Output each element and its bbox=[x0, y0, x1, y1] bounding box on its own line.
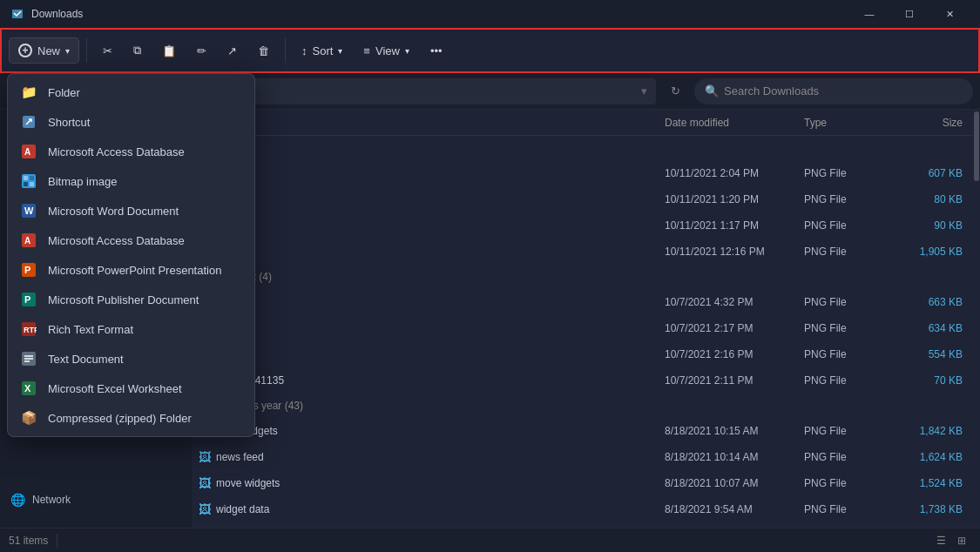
new-chevron-icon: ▾ bbox=[65, 46, 70, 56]
file-type: PNG File bbox=[801, 477, 888, 489]
menu-item-powerpoint[interactable]: P Microsoft PowerPoint Presentation bbox=[8, 255, 254, 285]
menu-item-excel[interactable]: X Microsoft Excel Worksheet bbox=[8, 374, 254, 403]
menu-item-label: Rich Text Format bbox=[48, 323, 133, 336]
file-size: 1,524 KB bbox=[888, 477, 966, 489]
publisher-icon: P bbox=[20, 291, 37, 308]
svg-text:W: W bbox=[24, 205, 34, 216]
svg-text:A: A bbox=[24, 236, 30, 246]
minimize-button[interactable]: — bbox=[849, 0, 889, 28]
status-bar: 51 items ☰ ⊞ bbox=[0, 528, 980, 552]
file-size: 634 KB bbox=[888, 322, 966, 334]
group-header-lastweek[interactable]: ▾ Last week (4) bbox=[192, 265, 973, 289]
column-headers: Name Date modified Type Size bbox=[192, 110, 973, 136]
refresh-button[interactable]: ↻ bbox=[663, 79, 687, 104]
sort-icon: ↕ bbox=[301, 44, 308, 57]
table-row[interactable]: 🖼u 10/7/2021 2:17 PM PNG File 634 KB bbox=[192, 315, 973, 341]
menu-item-shortcut[interactable]: Shortcut bbox=[8, 107, 254, 137]
access-icon: A bbox=[20, 143, 37, 160]
svg-text:A: A bbox=[24, 147, 30, 157]
view-label: View bbox=[375, 44, 400, 57]
table-row[interactable]: 🖼 10/7/2021 2:16 PM PNG File 554 KB bbox=[192, 341, 973, 367]
sort-chevron-icon: ▾ bbox=[338, 46, 342, 56]
rename-button[interactable]: ✏ bbox=[188, 39, 215, 63]
close-button[interactable]: ✕ bbox=[929, 0, 970, 28]
cut-button[interactable]: ✂ bbox=[94, 39, 121, 63]
menu-item-label: Folder bbox=[48, 86, 80, 99]
network-icon: 🌐 bbox=[10, 493, 25, 507]
file-date: 10/11/2021 1:17 PM bbox=[661, 219, 801, 232]
zip-icon: 📦 bbox=[20, 409, 37, 427]
table-row[interactable]: 🖼move widgets 8/18/2021 10:07 AM PNG Fil… bbox=[192, 470, 973, 496]
menu-item-label: Bitmap image bbox=[48, 175, 117, 188]
menu-item-access2[interactable]: A Microsoft Access Database bbox=[8, 226, 254, 255]
menu-item-access1[interactable]: A Microsoft Access Database bbox=[8, 137, 254, 166]
toolbar-separator-1 bbox=[86, 38, 87, 63]
svg-rect-5 bbox=[30, 176, 34, 180]
excel-icon: X bbox=[20, 380, 37, 397]
file-name: widget data bbox=[216, 503, 269, 515]
view-button[interactable]: ≡ View ▾ bbox=[355, 39, 418, 63]
file-size: 1,842 KB bbox=[888, 425, 966, 437]
more-button[interactable]: ••• bbox=[422, 39, 451, 63]
paste-icon: 📋 bbox=[162, 44, 176, 57]
file-type: PNG File bbox=[801, 296, 888, 308]
svg-rect-6 bbox=[24, 182, 28, 186]
menu-item-rtf[interactable]: RTF Rich Text Format bbox=[8, 314, 254, 344]
trash-icon: 🗑 bbox=[258, 44, 269, 57]
file-icon: 🖼 bbox=[199, 476, 211, 490]
file-size: 1,905 KB bbox=[888, 246, 966, 258]
table-row[interactable]: 🖼 10/11/2021 1:20 PM PNG File 80 KB bbox=[192, 186, 973, 212]
menu-item-label: Microsoft PowerPoint Presentation bbox=[48, 264, 221, 277]
sort-button[interactable]: ↕ Sort ▾ bbox=[293, 39, 351, 63]
menu-item-text[interactable]: Text Document bbox=[8, 344, 254, 374]
scrollbar[interactable] bbox=[973, 110, 980, 528]
search-box[interactable]: 🔍 Search Downloads bbox=[694, 78, 973, 104]
app-icon bbox=[10, 7, 24, 21]
svg-rect-7 bbox=[30, 182, 34, 186]
paste-button[interactable]: 📋 bbox=[153, 39, 185, 63]
maximize-button[interactable]: ☐ bbox=[889, 0, 929, 28]
file-area: Name Date modified Type Size ▾ Today (4)… bbox=[192, 110, 973, 528]
group-header-today[interactable]: ▾ Today (4) bbox=[192, 136, 973, 160]
table-row[interactable]: 🖼open widgets 8/18/2021 10:15 AM PNG Fil… bbox=[192, 418, 973, 444]
menu-item-label: Microsoft Access Database bbox=[48, 234, 185, 247]
copy-button[interactable]: ⧉ bbox=[125, 38, 150, 63]
new-button[interactable]: + New ▾ bbox=[9, 37, 79, 64]
table-row[interactable]: 🖼widget data 8/18/2021 9:54 AM PNG File … bbox=[192, 496, 973, 522]
file-size: 80 KB bbox=[888, 193, 966, 205]
menu-item-publisher[interactable]: P Microsoft Publisher Document bbox=[8, 285, 254, 314]
file-date: 10/7/2021 2:11 PM bbox=[661, 374, 801, 387]
table-row[interactable]: 🖼 10/11/2021 1:17 PM PNG File 90 KB bbox=[192, 212, 973, 239]
toolbar: + New ▾ ✂ ⧉ 📋 ✏ ↗ 🗑 ↕ Sort ▾ ≡ View ▾ ••… bbox=[0, 28, 980, 73]
file-icon: 🖼 bbox=[199, 450, 211, 464]
col-header-name[interactable]: Name bbox=[199, 117, 661, 129]
menu-item-bitmap[interactable]: Bitmap image bbox=[8, 166, 254, 196]
word-icon: W bbox=[20, 202, 37, 219]
table-row[interactable]: 🖼-10-07 141135 10/7/2021 2:11 PM PNG Fil… bbox=[192, 367, 973, 394]
menu-item-label: Microsoft Publisher Document bbox=[48, 293, 199, 306]
menu-item-folder[interactable]: 📁 Folder bbox=[8, 77, 254, 107]
file-type: PNG File bbox=[801, 246, 888, 258]
scrollbar-thumb[interactable] bbox=[974, 111, 979, 181]
table-row[interactable]: 🖼news feed 8/18/2021 10:14 AM PNG File 1… bbox=[192, 444, 973, 470]
tiles-view-button[interactable]: ⊞ bbox=[952, 531, 971, 550]
col-header-date[interactable]: Date modified bbox=[661, 117, 801, 129]
col-header-size[interactable]: Size bbox=[888, 117, 966, 129]
search-placeholder: Search Downloads bbox=[724, 84, 819, 98]
col-header-type[interactable]: Type bbox=[801, 117, 888, 129]
view-chevron-icon: ▾ bbox=[405, 46, 409, 56]
share-button[interactable]: ↗ bbox=[219, 39, 246, 63]
details-view-button[interactable]: ☰ bbox=[931, 531, 950, 550]
delete-button[interactable]: 🗑 bbox=[249, 39, 278, 63]
svg-rect-4 bbox=[24, 176, 28, 180]
view-icon: ≡ bbox=[363, 44, 370, 57]
table-row[interactable]: 🖼 10/7/2021 4:32 PM PNG File 663 KB bbox=[192, 289, 973, 315]
file-name: news feed bbox=[216, 451, 264, 463]
file-date: 10/7/2021 2:17 PM bbox=[661, 322, 801, 334]
sidebar-item-network[interactable]: 🌐 Network bbox=[0, 488, 192, 512]
menu-item-word[interactable]: W Microsoft Word Document bbox=[8, 196, 254, 226]
table-row[interactable]: 🖼outs 10/11/2021 12:16 PM PNG File 1,905… bbox=[192, 239, 973, 265]
table-row[interactable]: 🖼 10/11/2021 2:04 PM PNG File 607 KB bbox=[192, 160, 973, 186]
menu-item-zip[interactable]: 📦 Compressed (zipped) Folder bbox=[8, 403, 254, 433]
group-header-earlier[interactable]: ▾ Earlier this year (43) bbox=[192, 394, 973, 418]
